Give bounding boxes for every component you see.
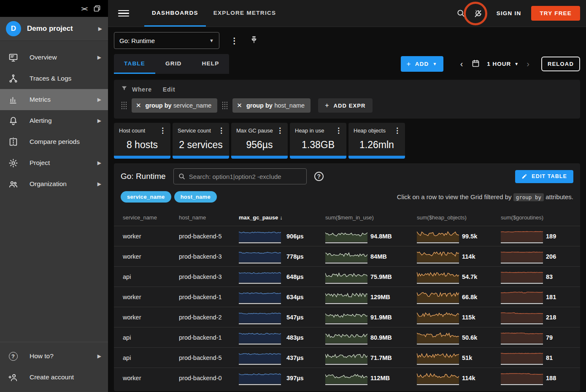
sparkline-chart xyxy=(501,290,543,304)
project-switcher[interactable]: D Demo project ▶ xyxy=(0,17,108,41)
theme-toggle-icon[interactable] xyxy=(470,5,486,22)
cell-goroutines-value: 188 xyxy=(543,375,580,381)
overlapping-windows-icon[interactable] xyxy=(93,4,101,13)
chevron-down-icon: ▼ xyxy=(209,38,214,43)
menu-hamburger-icon[interactable] xyxy=(118,10,129,17)
appbar-tab-explore-metrics[interactable]: EXPLORE METRICS xyxy=(206,0,284,27)
bell-icon xyxy=(8,115,19,126)
where-label[interactable]: Where xyxy=(132,86,152,93)
gauge-card-service-count[interactable]: Service count⋮2 services xyxy=(173,123,229,159)
sparkline-chart xyxy=(325,270,367,284)
remove-chip-icon[interactable]: ✕ xyxy=(237,102,242,109)
gauge-card-heap-in-use[interactable]: Heap in use⋮1.38GB xyxy=(290,123,346,159)
cell-host-name: prod-backend-5 xyxy=(179,354,239,361)
gauge-menu-kebab-icon[interactable]: ⋮ xyxy=(332,126,345,135)
sidebar-item-metrics[interactable]: Metrics▶ xyxy=(0,89,108,110)
gauge-menu-kebab-icon[interactable]: ⋮ xyxy=(157,126,169,135)
sidebar-item-alerting[interactable]: Alerting▶ xyxy=(0,110,108,131)
search-help-icon[interactable]: ? xyxy=(314,172,324,181)
sidebar-item-project[interactable]: Project▶ xyxy=(0,152,108,173)
cell-host-name: prod-backend-3 xyxy=(179,273,239,280)
edit-table-button[interactable]: EDIT TABLE xyxy=(515,170,573,183)
table-row[interactable]: apiprod-backend-3648µs75.9MB54.7k83 xyxy=(114,266,580,287)
gauge-accent-bar xyxy=(114,156,170,159)
table-row[interactable]: workerprod-backend-2547µs91.9MB115k218 xyxy=(114,307,580,327)
search-icon[interactable] xyxy=(453,5,470,22)
add-expr-button[interactable]: +ADD EXPR xyxy=(318,98,372,113)
gauge-card-host-count[interactable]: Host count⋮8 hosts xyxy=(114,123,170,159)
cell-service-name: api xyxy=(123,273,179,280)
sidebar-item-create-account[interactable]: Create account xyxy=(0,367,108,388)
pin-icon[interactable] xyxy=(249,35,259,46)
column-header-host_name[interactable]: host_name xyxy=(179,214,239,221)
cell-heap_objects-sparkline xyxy=(417,330,459,345)
sparkline-chart xyxy=(417,310,459,324)
sidebar-item-organization[interactable]: Organization▶ xyxy=(0,173,108,195)
time-back-button[interactable]: ‹ xyxy=(457,59,467,69)
column-header-mem_in_use[interactable]: sum($mem_in_use) xyxy=(325,214,417,221)
table-row[interactable]: apiprod-backend-5437µs71.7MB51k81 xyxy=(114,347,580,368)
gauge-menu-kebab-icon[interactable]: ⋮ xyxy=(274,126,286,135)
try-free-button[interactable]: TRY FREE xyxy=(531,6,580,21)
table-row[interactable]: workerprod-backend-0397µs112MB114k188 xyxy=(114,368,580,388)
gauge-menu-kebab-icon[interactable]: ⋮ xyxy=(391,126,403,135)
column-header-goroutines[interactable]: sum($goroutines) xyxy=(501,214,580,221)
calendar-icon[interactable] xyxy=(469,59,483,69)
cell-host-name: prod-backend-5 xyxy=(179,233,239,240)
table-search[interactable] xyxy=(173,168,307,184)
edit-label[interactable]: Edit xyxy=(163,86,176,93)
gauge-card-heap-objects[interactable]: Heap objects⋮1.26mln xyxy=(348,123,405,159)
table-row[interactable]: workerprod-backend-3778µs84MB114k206 xyxy=(114,246,580,266)
group-attr-chip-host_name[interactable]: host_name xyxy=(174,191,217,203)
view-tab-grid[interactable]: GRID xyxy=(155,54,192,74)
sign-in-button[interactable]: SIGN IN xyxy=(486,10,532,16)
cell-goroutines-sparkline xyxy=(501,351,543,365)
gauge-menu-kebab-icon[interactable]: ⋮ xyxy=(215,126,227,135)
sidebar-item-how-to[interactable]: ?How to?▶ xyxy=(0,346,108,367)
view-tabs: TABLEGRIDHELP xyxy=(114,54,229,74)
add-button[interactable]: + ADD ▼ xyxy=(401,56,443,72)
main-area: DASHBOARDSEXPLORE METRICS SIGN IN TRY FR… xyxy=(108,0,586,392)
time-range-select[interactable]: 1 HOUR ▼ xyxy=(485,61,521,67)
view-tab-table[interactable]: TABLE xyxy=(114,54,155,74)
cell-max_gc_pause-sparkline xyxy=(239,270,284,284)
group-by-chip-service_name[interactable]: ✕group by service_name xyxy=(132,98,217,113)
appbar-tab-dashboards[interactable]: DASHBOARDS xyxy=(144,0,206,27)
bar-chart-icon xyxy=(8,94,19,105)
cell-mem_in_use-value: 75.9MB xyxy=(367,273,417,280)
cell-goroutines-sparkline xyxy=(501,371,543,385)
collapse-panel-icon[interactable]: >< xyxy=(81,5,87,12)
gauge-card-max-gc-pause[interactable]: Max GC pause⋮956µs xyxy=(231,123,288,159)
cell-heap_objects-value: 51k xyxy=(459,354,501,361)
sidebar-item-compare-periods[interactable]: Compare periods xyxy=(0,131,108,152)
chip-attribute: host_name xyxy=(274,102,305,109)
dashboard-menu-kebab-icon[interactable]: ⋮ xyxy=(228,36,241,46)
table-row[interactable]: workerprod-backend-1634µs129MB66.8k181 xyxy=(114,287,580,307)
search-input[interactable] xyxy=(189,173,302,180)
column-header-service_name[interactable]: service_name xyxy=(123,214,179,221)
time-forward-button[interactable]: › xyxy=(523,59,533,69)
column-header-max_gc_pause[interactable]: max_gc_pause↓ xyxy=(239,214,325,221)
table-row[interactable]: apiprod-backend-1483µs80.9MB50.6k79 xyxy=(114,327,580,347)
sidebar-item-label: Organization xyxy=(30,180,86,188)
table-row[interactable]: workerprod-backend-5906µs94.8MB99.5k189 xyxy=(114,226,580,246)
group-attr-chip-service_name[interactable]: service_name xyxy=(121,191,171,203)
view-tab-help[interactable]: HELP xyxy=(192,54,230,74)
column-header-heap_objects[interactable]: sum($heap_objects) xyxy=(417,214,501,221)
sparkline-chart xyxy=(325,249,367,264)
cell-max_gc_pause-sparkline xyxy=(239,229,284,243)
sidebar-item-overview[interactable]: Overview▶ xyxy=(0,47,108,68)
remove-chip-icon[interactable]: ✕ xyxy=(136,102,141,109)
group-by-chip-host_name[interactable]: ✕group by host_name xyxy=(232,98,311,113)
cell-max_gc_pause-sparkline xyxy=(239,249,284,264)
drag-handle-icon[interactable] xyxy=(221,101,228,110)
dashboard-select[interactable]: Go: Runtime ▼ xyxy=(114,32,219,49)
gauge-title: Host count xyxy=(119,127,157,134)
drag-handle-icon[interactable] xyxy=(121,101,127,110)
cell-host-name: prod-backend-1 xyxy=(179,334,239,341)
reload-button[interactable]: RELOAD xyxy=(541,57,580,71)
cell-max_gc_pause-value: 906µs xyxy=(284,233,325,240)
gauge-title: Heap in use xyxy=(295,127,332,134)
sidebar-item-traces-logs[interactable]: Traces & Logs xyxy=(0,68,108,89)
cell-service-name: api xyxy=(123,334,179,341)
